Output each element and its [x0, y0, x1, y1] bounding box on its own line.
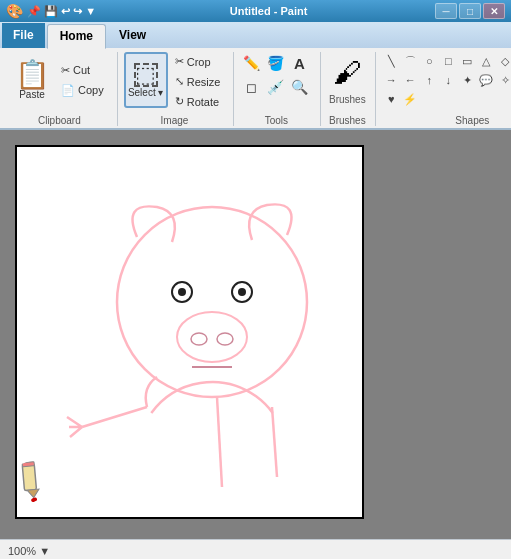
- resize-icon: ⤡: [175, 75, 184, 88]
- app-icon: 🎨: [6, 3, 23, 19]
- canvas-size-label: 100% ▼: [8, 545, 50, 557]
- tab-view[interactable]: View: [106, 23, 159, 48]
- paste-button[interactable]: 📋 Paste: [10, 52, 54, 108]
- brushes-label: Brushes: [329, 94, 366, 105]
- shape-arrow-up[interactable]: ↑: [420, 71, 438, 89]
- paste-icon: 📋: [15, 61, 50, 89]
- clipboard-group: 📋 Paste ✂ Cut 📄 Copy Clipboard: [6, 52, 118, 126]
- text-tool[interactable]: A: [288, 52, 310, 74]
- window-title: Untitled - Paint: [102, 5, 435, 17]
- crop-button[interactable]: ✂ Crop: [170, 52, 226, 71]
- status-bar: 100% ▼: [0, 539, 511, 559]
- canvas-area[interactable]: [0, 130, 511, 539]
- image-label: Image: [161, 113, 189, 126]
- cut-label: Cut: [73, 64, 90, 76]
- brushes-group-label: Brushes: [329, 113, 366, 126]
- shapes-label: Shapes: [455, 113, 489, 126]
- minimize-button[interactable]: ─: [435, 3, 457, 19]
- ribbon: 📋 Paste ✂ Cut 📄 Copy Clipboard: [0, 48, 511, 130]
- shape-curve[interactable]: ⌒: [401, 52, 419, 70]
- shape-heart[interactable]: ♥: [382, 90, 400, 108]
- select-label: Select ▾: [128, 87, 164, 98]
- paste-label: Paste: [19, 89, 45, 100]
- canvas-wrapper: [15, 145, 364, 519]
- shape-4arrow[interactable]: ✦: [458, 71, 476, 89]
- image-group: ⬚ Select ▾ ✂ Crop ⤡ Resize ↻ Rotate Imag…: [120, 52, 235, 126]
- copy-button[interactable]: 📄 Copy: [56, 81, 109, 100]
- copy-icon: 📄: [61, 84, 75, 97]
- magnify-tool[interactable]: 🔍: [288, 76, 310, 98]
- title-bar: 🎨 📌 💾 ↩ ↪ ▼ Untitled - Paint ─ □ ✕: [0, 0, 511, 22]
- rotate-icon: ↻: [175, 95, 184, 108]
- shape-oval[interactable]: ○: [420, 52, 438, 70]
- fill-tool[interactable]: 🪣: [264, 52, 286, 74]
- crop-icon: ✂: [175, 55, 184, 68]
- crop-label: Crop: [187, 56, 211, 68]
- select-icon: ⬚: [134, 63, 158, 87]
- ribbon-tabs: File Home View: [0, 22, 511, 48]
- shape-arrow-left[interactable]: ←: [401, 71, 419, 89]
- shape-roundrect[interactable]: ▭: [458, 52, 476, 70]
- rotate-button[interactable]: ↻ Rotate: [170, 92, 226, 111]
- shapes-group: ╲ ⌒ ○ □ ▭ △ ◇ ⬠ ⬡ → ← ↑ ↓ ✦ 💬 ✧ ★ ✶ ♥: [378, 52, 511, 126]
- close-button[interactable]: ✕: [483, 3, 505, 19]
- tools-label: Tools: [265, 113, 288, 126]
- eraser-tool[interactable]: ◻: [240, 76, 262, 98]
- tools-group: ✏️ 🪣 A ◻ 💉 🔍 Tools: [236, 52, 321, 126]
- shape-rect[interactable]: □: [439, 52, 457, 70]
- shape-star4[interactable]: ✧: [496, 71, 511, 89]
- shape-line[interactable]: ╲: [382, 52, 400, 70]
- cut-icon: ✂: [61, 64, 70, 77]
- shapes-grid: ╲ ⌒ ○ □ ▭ △ ◇ ⬠ ⬡ → ← ↑ ↓ ✦ 💬 ✧ ★ ✶ ♥: [382, 52, 511, 108]
- rotate-label: Rotate: [187, 96, 219, 108]
- tab-home[interactable]: Home: [47, 24, 106, 49]
- drawing-canvas[interactable]: [15, 145, 364, 519]
- maximize-button[interactable]: □: [459, 3, 481, 19]
- pencil-tool[interactable]: ✏️: [240, 52, 262, 74]
- select-button[interactable]: ⬚ Select ▾: [124, 52, 168, 108]
- resize-label: Resize: [187, 76, 221, 88]
- shape-arrow-down[interactable]: ↓: [439, 71, 457, 89]
- clipboard-label: Clipboard: [38, 113, 81, 126]
- color-picker-tool[interactable]: 💉: [264, 76, 286, 98]
- window-controls[interactable]: ─ □ ✕: [435, 3, 505, 19]
- copy-label: Copy: [78, 84, 104, 96]
- shape-arrow-right[interactable]: →: [382, 71, 400, 89]
- shape-triangle[interactable]: △: [477, 52, 495, 70]
- shape-diamond[interactable]: ◇: [496, 52, 511, 70]
- tab-file[interactable]: File: [2, 23, 45, 48]
- shape-lightning[interactable]: ⚡: [401, 90, 419, 108]
- shape-callout[interactable]: 💬: [477, 71, 495, 89]
- resize-button[interactable]: ⤡ Resize: [170, 72, 226, 91]
- brushes-group: 🖌 Brushes Brushes: [323, 52, 376, 126]
- brushes-button[interactable]: 🖌: [327, 52, 367, 92]
- cut-button[interactable]: ✂ Cut: [56, 61, 109, 80]
